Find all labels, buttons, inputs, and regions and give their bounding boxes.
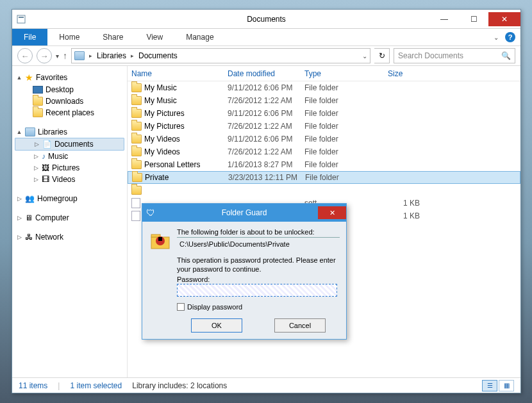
tree-downloads[interactable]: Downloads — [15, 95, 124, 107]
breadcrumb[interactable]: ▸ Libraries ▸ Documents ⌄ — [71, 48, 370, 63]
view-icons-button[interactable]: ▦ — [499, 380, 514, 391]
status-count: 11 items — [19, 381, 47, 390]
item-date: 9/11/2012 6:06 PM — [228, 135, 304, 144]
item-type: File folder — [304, 160, 388, 169]
item-date: 7/26/2012 1:22 AM — [228, 96, 304, 105]
refresh-button[interactable]: ↻ — [374, 48, 390, 63]
libraries-icon — [74, 51, 85, 60]
password-input[interactable] — [177, 284, 337, 297]
close-button[interactable]: ✕ — [488, 12, 520, 26]
forward-button[interactable]: → — [37, 48, 52, 63]
col-date[interactable]: Date modified — [228, 69, 304, 78]
search-placeholder: Search Documents — [398, 51, 463, 60]
item-name: My Music — [144, 83, 177, 92]
search-input[interactable]: Search Documents 🔍 — [394, 48, 515, 63]
file-rows: My Music9/11/2012 6:06 PMFile folderMy M… — [128, 81, 520, 222]
maximize-button[interactable]: ☐ — [459, 12, 488, 26]
col-name[interactable]: Name — [131, 69, 228, 78]
list-item[interactable]: My Pictures9/11/2012 6:06 PMFile folder — [128, 107, 520, 120]
tree-network[interactable]: ▷🖧Network — [15, 231, 124, 243]
search-icon: 🔍 — [501, 51, 511, 60]
navigation-tree: ▲★Favorites Desktop Downloads Recent pla… — [12, 66, 128, 377]
item-name: My Videos — [144, 147, 180, 156]
dialog-message: The following folder is about to be unlo… — [177, 228, 340, 238]
tree-computer[interactable]: ▷🖥Computer — [15, 212, 124, 224]
videos-icon: 🎞 — [42, 175, 49, 184]
svg-rect-0 — [17, 15, 25, 23]
col-type[interactable]: Type — [304, 69, 388, 78]
tree-music[interactable]: ▷♪Music — [15, 151, 124, 162]
tree-libraries[interactable]: ▲Libraries — [15, 126, 124, 138]
tree-videos[interactable]: ▷🎞Videos — [15, 174, 124, 185]
list-item[interactable]: My Music7/26/2012 1:22 AMFile folder — [128, 94, 520, 107]
folder-icon — [131, 122, 142, 131]
col-size[interactable]: Size — [388, 69, 439, 78]
tab-share[interactable]: Share — [91, 29, 135, 45]
ribbon-expand-icon[interactable]: ⌄ — [494, 34, 499, 41]
view-details-button[interactable]: ☰ — [482, 380, 497, 391]
list-item[interactable]: My Music9/11/2012 6:06 PMFile folder — [128, 81, 520, 94]
dialog-title: Folder Guard — [142, 208, 346, 217]
address-bar: ← → ▾ ↑ ▸ Libraries ▸ Documents ⌄ ↻ Sear… — [12, 45, 520, 66]
item-type: File folder — [304, 96, 388, 105]
tab-manage[interactable]: Manage — [174, 29, 225, 45]
item-date: 7/26/2012 1:22 AM — [228, 122, 304, 131]
list-item[interactable] — [128, 184, 520, 197]
folder-icon — [33, 97, 43, 106]
item-type: File folder — [304, 135, 388, 144]
titlebar: Documents — ☐ ✕ — [12, 10, 520, 29]
minimize-button[interactable]: — — [429, 12, 459, 26]
cancel-button[interactable]: Cancel — [274, 318, 326, 333]
list-item[interactable]: My Pictures7/26/2012 1:22 AMFile folder — [128, 120, 520, 133]
dialog-body: The following folder is about to be unlo… — [142, 222, 346, 339]
display-password-checkbox[interactable] — [177, 303, 185, 311]
item-name: Private — [145, 173, 169, 182]
chevron-right-icon[interactable]: ▸ — [129, 53, 136, 59]
item-date: 7/26/2012 1:22 AM — [228, 147, 304, 156]
dialog-protect-text: This operation is password protected. Pl… — [177, 256, 340, 274]
status-selection: 1 item selected — [70, 381, 122, 390]
breadcrumb-libraries[interactable]: Libraries — [97, 51, 126, 60]
svg-rect-5 — [158, 237, 162, 241]
tree-homegroup[interactable]: ▷👥Homegroup — [15, 193, 124, 204]
back-button[interactable]: ← — [17, 48, 33, 63]
file-tab[interactable]: File — [12, 29, 47, 45]
help-button[interactable]: ? — [505, 32, 515, 42]
breadcrumb-documents[interactable]: Documents — [138, 51, 178, 60]
tree-pictures[interactable]: ▷🖼Pictures — [15, 162, 124, 174]
item-type: File folder — [304, 147, 388, 156]
item-name: My Music — [144, 96, 177, 105]
app-icon — [12, 14, 30, 24]
tree-recent[interactable]: Recent places — [15, 107, 124, 119]
list-item[interactable]: Private3/23/2013 12:11 PMFile folder — [128, 171, 520, 184]
tree-favorites[interactable]: ▲★Favorites — [15, 71, 124, 84]
password-label: Password: — [177, 276, 340, 283]
item-date: 9/11/2012 6:06 PM — [228, 83, 304, 92]
list-item[interactable]: Personal Letters1/16/2013 8:27 PMFile fo… — [128, 158, 520, 171]
history-dropdown-icon[interactable]: ▾ — [56, 53, 59, 60]
tree-documents[interactable]: ▷📄Documents — [15, 138, 124, 151]
document-icon: 📄 — [42, 140, 52, 149]
up-button[interactable]: ↑ — [63, 51, 67, 61]
folder-icon — [131, 160, 142, 169]
folder-icon — [131, 83, 142, 92]
tab-home[interactable]: Home — [47, 29, 91, 45]
tab-view[interactable]: View — [135, 29, 174, 45]
item-size: 1 KB — [388, 199, 439, 208]
breadcrumb-dropdown-icon[interactable]: ⌄ — [362, 53, 367, 60]
chevron-right-icon[interactable]: ▸ — [87, 53, 94, 59]
item-name: My Pictures — [144, 122, 185, 131]
item-name: My Videos — [144, 135, 180, 144]
tree-desktop[interactable]: Desktop — [15, 84, 124, 95]
ok-button[interactable]: OK — [191, 318, 242, 333]
computer-icon: 🖥 — [25, 213, 33, 222]
folder-icon — [131, 135, 142, 144]
folder-icon — [33, 108, 43, 117]
document-icon — [131, 211, 140, 221]
item-type: File folder — [304, 122, 388, 131]
status-bar: 11 items | 1 item selected Library inclu… — [12, 377, 520, 393]
list-item[interactable]: My Videos7/26/2012 1:22 AMFile folder — [128, 145, 520, 158]
list-item[interactable]: My Videos9/11/2012 6:06 PMFile folder — [128, 133, 520, 145]
music-icon: ♪ — [42, 152, 46, 161]
item-name: My Pictures — [144, 109, 185, 118]
